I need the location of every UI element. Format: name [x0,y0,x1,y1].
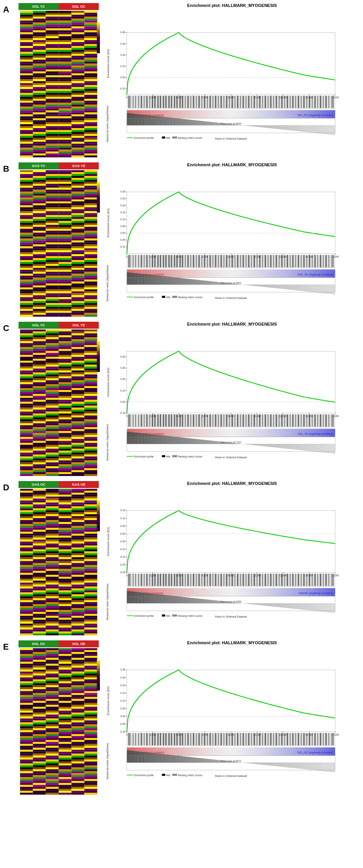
svg-rect-18 [20,17,33,19]
svg-rect-1263 [59,313,71,315]
svg-rect-2234 [131,432,132,444]
svg-rect-881 [84,188,97,190]
svg-rect-3082 [158,594,159,603]
svg-rect-1027 [33,236,46,238]
svg-rect-130 [71,52,84,54]
svg-rect-3323 [84,654,97,656]
svg-rect-3226 [308,603,309,610]
svg-rect-3313 [33,652,46,654]
svg-rect-2650 [71,545,84,547]
svg-rect-1020 [20,235,33,236]
svg-rect-2876 [46,620,59,621]
svg-rect-90 [20,40,33,42]
svg-rect-1181 [84,285,97,287]
svg-rect-600 [148,115,149,125]
svg-rect-1880 [46,404,59,406]
svg-rect-3309 [59,650,71,652]
svg-rect-2609 [84,532,97,534]
svg-rect-1816 [71,382,84,384]
svg-rect-1684 [71,339,84,341]
svg-rect-2886 [20,624,33,626]
svg-rect-1406 [131,273,132,285]
svg-rect-3295 [162,615,165,616]
svg-rect-2634 [20,542,33,544]
svg-rect-4037 [290,763,292,768]
svg-rect-73 [33,34,46,36]
svg-rect-951 [59,211,71,213]
svg-rect-3500 [46,713,59,714]
svg-rect-2891 [84,624,97,626]
svg-rect-394 [71,138,84,140]
svg-rect-2818 [71,600,84,602]
svg-rect-1751 [84,361,97,363]
svg-rect-227 [84,83,97,85]
svg-rect-308 [46,110,59,112]
svg-rect-3669 [59,767,71,769]
svg-text:0.25: 0.25 [120,676,125,679]
svg-rect-1080 [20,254,33,256]
svg-rect-1784 [46,372,59,374]
svg-rect-45 [59,24,71,26]
svg-text:0.05: 0.05 [120,525,125,527]
svg-rect-1552 [283,285,284,289]
svg-rect-880 [71,188,84,190]
svg-rect-3949 [199,758,200,763]
svg-rect-3710 [46,781,59,783]
svg-rect-2089 [33,472,46,474]
svg-rect-2877 [59,620,71,621]
svg-rect-2102 [97,341,100,372]
svg-rect-1754 [46,363,59,365]
svg-rect-3209 [290,603,292,608]
svg-rect-2579 [84,522,97,524]
svg-rect-3343 [33,662,46,664]
svg-rect-1008 [20,231,33,233]
svg-rect-2521 [33,505,46,507]
svg-rect-2287 [186,438,187,444]
svg-rect-3199 [280,603,281,607]
svg-rect-12 [20,15,33,17]
svg-rect-1827 [59,386,71,388]
svg-rect-2409 [313,444,314,452]
svg-rect-3648 [20,762,33,763]
svg-rect-1549 [280,285,281,289]
svg-rect-207 [59,77,71,79]
svg-rect-703 [255,125,256,127]
svg-rect-1600 [333,285,334,294]
svg-rect-3942 [191,757,192,763]
svg-rect-2595 [59,528,71,530]
svg-rect-3137 [215,600,216,603]
svg-rect-580 [127,113,128,125]
svg-rect-3115 [192,598,194,603]
svg-rect-2788 [71,590,84,592]
svg-rect-2262 [160,435,161,444]
svg-rect-2364 [267,444,268,447]
svg-rect-1781 [84,370,97,372]
svg-rect-3666 [20,767,33,769]
svg-rect-162 [20,64,33,66]
svg-rect-924 [20,203,33,205]
svg-rect-1673 [84,335,97,337]
svg-rect-2306 [206,440,207,444]
svg-rect-118 [71,48,84,50]
svg-rect-3566 [46,734,59,736]
svg-rect-1536 [267,285,268,287]
svg-rect-778 [333,125,334,135]
svg-rect-2777 [84,586,97,588]
svg-rect-1070 [46,250,59,252]
svg-rect-21 [59,17,71,19]
svg-rect-109 [33,46,46,48]
svg-rect-1454 [181,278,182,285]
svg-rect-3951 [201,758,202,763]
svg-rect-867 [59,184,71,186]
svg-rect-1657 [33,331,46,333]
svg-rect-2082 [20,470,33,472]
svg-rect-2542 [71,510,84,512]
svg-rect-1137 [59,272,71,274]
svg-rect-3674 [46,769,59,771]
svg-rect-2817 [59,600,71,602]
svg-text:0.10: 0.10 [120,65,125,68]
svg-rect-245 [84,89,97,91]
svg-rect-1481 [209,281,210,285]
svg-text:16,000: 16,000 [331,415,339,417]
svg-rect-3176 [256,603,257,605]
